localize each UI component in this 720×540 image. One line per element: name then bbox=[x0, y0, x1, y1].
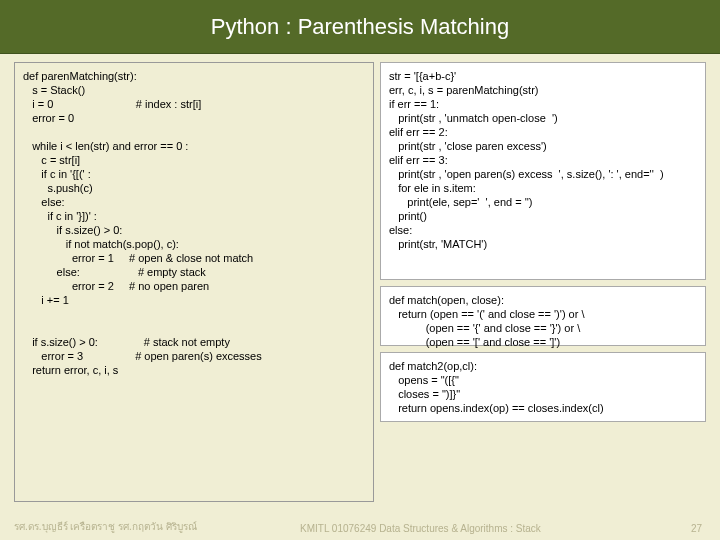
code-box-main: def parenMatching(str): s = Stack() i = … bbox=[14, 62, 374, 502]
slide-title: Python : Parenthesis Matching bbox=[0, 0, 720, 54]
footer-course: KMITL 01076249 Data Structures & Algorit… bbox=[300, 523, 541, 534]
code-box-match: def match(open, close): return (open == … bbox=[380, 286, 706, 346]
footer-page: 27 bbox=[691, 523, 702, 534]
footer-authors: รศ.ดร.บุญธีร์ เครือตราชู รศ.กฤตวัน ศิริบ… bbox=[14, 519, 197, 534]
code-box-usage: str = '[{a+b-c}' err, c, i, s = parenMat… bbox=[380, 62, 706, 280]
code-box-match2: def match2(op,cl): opens = "([{" closes … bbox=[380, 352, 706, 422]
